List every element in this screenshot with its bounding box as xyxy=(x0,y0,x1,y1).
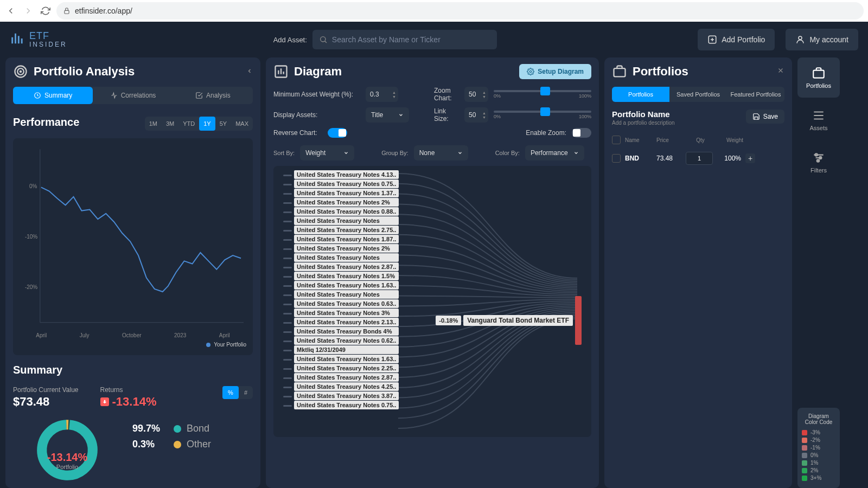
timerange-1M[interactable]: 1M xyxy=(145,117,162,131)
portfolio-name-input[interactable]: Portfolio Name xyxy=(612,110,675,119)
sankey-source-node[interactable]: United States Treasury Notes 1.5% xyxy=(294,272,399,280)
sankey-source-node[interactable]: United States Treasury Notes 0.88.. xyxy=(294,207,399,216)
svg-rect-18 xyxy=(614,68,626,76)
holding-qty-input[interactable]: 1 xyxy=(686,152,713,165)
asset-search-input[interactable]: Search Asset by Name or Ticker xyxy=(312,30,497,49)
zoom-label: Zoom Chart: xyxy=(434,87,459,102)
timerange-5Y[interactable]: 5Y xyxy=(215,117,231,131)
rail-assets[interactable]: Assets xyxy=(797,100,840,140)
chevron-down-icon xyxy=(398,112,404,118)
sankey-source-node[interactable]: United States Treasury Notes 0.75.. xyxy=(294,179,399,188)
sankey-source-node[interactable]: United States Treasury Notes 0.63.. xyxy=(294,299,399,308)
legend-item: 2% xyxy=(802,467,835,473)
my-account-button[interactable]: My account xyxy=(786,29,858,50)
sankey-source-node[interactable]: United States Treasury Notes 2% xyxy=(294,198,399,207)
timerange-1Y[interactable]: 1Y xyxy=(199,117,215,131)
color-by-dropdown[interactable]: Performance xyxy=(525,145,584,160)
save-icon xyxy=(752,113,760,120)
svg-point-17 xyxy=(530,70,532,73)
add-portfolio-button[interactable]: Add Portfolio xyxy=(698,29,775,50)
sankey-target-bar xyxy=(575,296,582,345)
sankey-source-node[interactable]: United States Treasury Notes 3% xyxy=(294,309,399,317)
sankey-source-node[interactable]: United States Treasury Notes 0.75.. xyxy=(294,401,399,409)
logo-text-bottom: INSIDER xyxy=(29,41,67,48)
sankey-source-node[interactable]: United States Treasury Notes 2.25.. xyxy=(294,364,399,373)
legend-item: -2% xyxy=(802,437,835,443)
min-weight-input[interactable]: 0.3▲▼ xyxy=(366,87,398,102)
svg-point-6 xyxy=(20,71,21,72)
link-size-input[interactable]: 50▲▼ xyxy=(464,107,488,123)
briefcase-icon xyxy=(612,64,627,79)
portfolio-tab[interactable]: Portfolios xyxy=(612,87,669,102)
sankey-source-node[interactable]: United States Treasury Notes 1.87.. xyxy=(294,235,399,243)
sankey-target-name: Vanguard Total Bond Market ETF xyxy=(463,315,573,326)
portfolio-tab[interactable]: Saved Portfolios xyxy=(669,87,727,102)
timerange-YTD[interactable]: YTD xyxy=(178,117,199,131)
sankey-source-node[interactable]: United States Treasury Notes 2.13.. xyxy=(294,318,399,326)
tab-correlations[interactable]: Correlations xyxy=(93,87,173,104)
portfolio-desc-input[interactable]: Add a portfolio description xyxy=(612,120,675,126)
sort-by-dropdown[interactable]: Weight xyxy=(300,145,354,160)
plus-icon xyxy=(707,35,717,44)
sankey-source-node[interactable]: United States Treasury Notes 2.75.. xyxy=(294,226,399,234)
performance-chart[interactable]: 0% -10% -20% AprilJulyOctober2023April Y… xyxy=(13,138,253,355)
sankey-source-node[interactable]: United States Treasury Notes 1.37.. xyxy=(294,189,399,197)
panel-title: Portfolio Analysis xyxy=(34,65,135,79)
sankey-source-node[interactable]: United States Treasury Notes 2% xyxy=(294,244,399,253)
display-assets-dropdown[interactable]: Title xyxy=(366,107,409,123)
sankey-source-node[interactable]: United States Treasury Notes 1.63.. xyxy=(294,355,399,363)
zoom-slider[interactable]: 0%100% xyxy=(494,90,591,99)
holding-row: BND73.481100%+ xyxy=(612,147,784,169)
holding-checkbox[interactable] xyxy=(612,154,621,163)
chevron-down-icon xyxy=(343,150,349,156)
tab-summary[interactable]: Summary xyxy=(13,87,93,104)
portfolio-tab[interactable]: Featured Portfolios xyxy=(727,87,784,102)
sankey-source-node[interactable]: United States Treasury Notes 1.63.. xyxy=(294,281,399,290)
sankey-source-node[interactable]: United States Treasury Notes 2.87.. xyxy=(294,373,399,382)
sankey-source-node[interactable]: United States Treasury Notes xyxy=(294,253,399,262)
sankey-diagram[interactable]: United States Treasury Notes 4.13..Unite… xyxy=(273,166,591,437)
sankey-source-node[interactable]: United States Treasury Notes 4.13.. xyxy=(294,170,399,179)
sankey-source-node[interactable]: United States Treasury Notes 2.87.. xyxy=(294,262,399,271)
returns-unit-toggle[interactable]: % # xyxy=(222,386,253,399)
allocation-row: 0.3%Other xyxy=(132,439,211,450)
app-logo[interactable]: ETF INSIDER xyxy=(10,31,67,49)
browser-chrome: etfinsider.co/app/ xyxy=(0,0,868,22)
sankey-source-node[interactable]: Mktliq 12/31/2049 xyxy=(294,345,399,354)
holding-add-button[interactable]: + xyxy=(745,153,755,163)
collapse-left-button[interactable] xyxy=(246,67,253,76)
select-all-checkbox[interactable] xyxy=(612,136,621,144)
timerange-3M[interactable]: 3M xyxy=(162,117,178,131)
group-by-dropdown[interactable]: None xyxy=(414,145,468,160)
enable-zoom-toggle[interactable] xyxy=(572,128,591,138)
sankey-source-node[interactable]: United States Treasury Notes 0.62.. xyxy=(294,336,399,345)
sankey-source-node[interactable]: United States Treasury Notes 4.25.. xyxy=(294,382,399,391)
donut-label: Portfolio xyxy=(47,464,88,470)
browser-url-bar[interactable]: etfinsider.co/app/ xyxy=(56,2,864,20)
sankey-source-node[interactable]: United States Treasury Notes xyxy=(294,216,399,225)
tab-analysis[interactable]: Analysis xyxy=(173,87,253,104)
close-portfolios-button[interactable] xyxy=(777,67,784,76)
sankey-source-node[interactable]: United States Treasury Notes 3.87.. xyxy=(294,391,399,400)
sankey-source-node[interactable]: United States Treasury Bonds 4% xyxy=(294,327,399,336)
panel-title: Portfolios xyxy=(633,65,688,79)
logo-icon xyxy=(10,31,25,49)
timerange-MAX[interactable]: MAX xyxy=(231,117,253,131)
browser-reload-button[interactable] xyxy=(39,4,52,17)
link-size-slider[interactable]: 0%100% xyxy=(494,111,591,119)
browser-back-button[interactable] xyxy=(4,4,17,17)
panel-title: Diagram xyxy=(294,65,342,79)
allocation-list: 99.7%Bond0.3%Other xyxy=(132,418,211,450)
save-portfolio-button[interactable]: Save xyxy=(746,110,784,124)
rail-portfolios[interactable]: Portfolios xyxy=(797,57,840,98)
browser-forward-button[interactable] xyxy=(22,4,35,17)
chart-legend: Your Portfolio xyxy=(20,342,246,348)
svg-rect-0 xyxy=(65,10,69,14)
setup-diagram-button[interactable]: Setup Diagram xyxy=(519,64,591,79)
reverse-chart-toggle[interactable] xyxy=(328,128,347,138)
rail-filters[interactable]: Filters xyxy=(797,142,840,182)
lock-icon xyxy=(63,7,71,15)
logo-text-top: ETF xyxy=(29,31,67,41)
sankey-source-node[interactable]: United States Treasury Notes xyxy=(294,290,399,299)
zoom-input[interactable]: 50▲▼ xyxy=(464,87,488,102)
